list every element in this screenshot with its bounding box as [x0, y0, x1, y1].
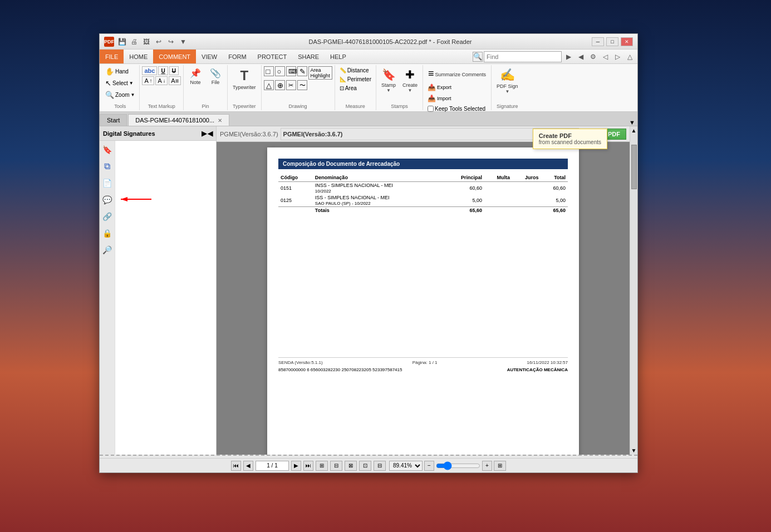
screenshot-icon[interactable]: 🖼 [141, 36, 152, 47]
hand-tool-button[interactable]: ✋ Hand [103, 66, 137, 77]
import-comments-button[interactable]: 📥 Import [425, 93, 454, 104]
text-markup-a1-button[interactable]: A↑ [142, 76, 154, 85]
poly-draw-button[interactable]: △ [264, 80, 274, 90]
last-page-button[interactable]: ⏭ [303, 461, 313, 471]
zoom-slider[interactable] [436, 461, 480, 470]
view-mode-3[interactable]: ⊠ [345, 461, 357, 471]
minimize-button[interactable]: ─ [592, 37, 604, 46]
search-icon[interactable]: 🔍 [473, 52, 483, 62]
page-input[interactable] [256, 461, 289, 471]
zoom-out-button[interactable]: − [424, 461, 434, 471]
rect-draw-button[interactable]: □ [264, 66, 274, 76]
export-comments-button[interactable]: 📤 Export [425, 82, 454, 92]
save-icon[interactable]: 💾 [116, 36, 127, 47]
settings-icon[interactable]: ⚙ [587, 51, 598, 62]
tab-start[interactable]: Start [100, 114, 127, 126]
sidebar-expand-icon[interactable]: ▶ [202, 130, 207, 137]
print-icon[interactable]: 🖨 [129, 36, 140, 47]
menu-share[interactable]: SHARE [292, 50, 325, 63]
create-btn-label: Create [402, 82, 418, 88]
quick-access-dropdown[interactable]: ▼ [178, 36, 189, 47]
summarize-comments-button[interactable]: ≡ Summarize Comments [425, 66, 489, 81]
scrollbar-thumb[interactable] [631, 145, 637, 189]
perimeter-button[interactable]: 📐 Perimeter [337, 75, 374, 83]
search-submit-icon[interactable]: ▶ [563, 51, 574, 62]
menu-help[interactable]: HELP [325, 50, 352, 63]
pdf-header: Composição do Documento de Arrecadação [278, 159, 568, 169]
menu-protect[interactable]: PROTECT [252, 50, 293, 63]
text-markup-a2-button[interactable]: A↓ [155, 76, 168, 85]
measure-content: 📏 Distance 📐 Perimeter ⊡ Area [337, 66, 374, 102]
sidebar-collapse-icon[interactable]: ◀ [208, 130, 213, 137]
area-btn[interactable]: AreaHighlight [308, 66, 332, 80]
underline-button[interactable]: U [158, 66, 168, 75]
menu-comment[interactable]: COMMENT [153, 50, 196, 63]
right-scrollbar[interactable]: ▲ ▼ [630, 126, 637, 455]
help-expand-icon[interactable]: △ [624, 51, 635, 62]
menu-file[interactable]: FILE [100, 50, 124, 63]
sidebar-item-bookmark[interactable]: 🔖 [101, 143, 114, 156]
pencil-draw-button[interactable]: ✎ [297, 66, 307, 76]
close-button[interactable]: ✕ [621, 37, 633, 46]
oval-draw-button[interactable]: ○ [275, 66, 285, 76]
keep-tools-checkbox[interactable] [428, 106, 434, 112]
typewriter-button[interactable]: T Typewriter [230, 66, 259, 92]
view-mode-1[interactable]: ⊞ [316, 461, 328, 471]
search-area: 🔍 ▶ ◀ ⚙ ◁ ▷ △ [470, 51, 637, 62]
scissors-btn[interactable]: ✂ [286, 80, 296, 90]
scrollbar-track[interactable] [631, 134, 637, 447]
select-tool-button[interactable]: ↖ Select ▼ [103, 78, 137, 88]
scroll-up-arrow[interactable]: ▲ [631, 127, 637, 134]
col-total: Total [541, 174, 568, 182]
search-input[interactable] [484, 51, 562, 62]
cell-multa-2 [484, 194, 512, 207]
view-mode-5[interactable]: ⊟ [374, 461, 386, 471]
sidebar-item-layers[interactable]: ⧉ [101, 160, 114, 173]
next-page-button[interactable]: ▶ [291, 461, 301, 471]
tab-expand-icon[interactable]: ▼ [627, 119, 637, 126]
view-mode-2[interactable]: ⊟ [330, 461, 342, 471]
text-markup-a3-button[interactable]: A≡ [169, 76, 181, 85]
text-markup-content: abc U U A↑ A↓ A≡ [142, 66, 181, 102]
sidebar-item-search[interactable]: 🔎 [101, 243, 114, 257]
strikethrough-button[interactable]: U [169, 66, 179, 75]
freeform-btn[interactable]: 〜 [297, 80, 307, 90]
first-page-button[interactable]: ⏮ [231, 461, 241, 471]
menu-view[interactable]: VIEW [196, 50, 223, 63]
search-prev-icon[interactable]: ◀ [575, 51, 586, 62]
cross-draw-button[interactable]: ⊕ [275, 80, 285, 90]
area-measure-button[interactable]: ⊡ Area [337, 84, 359, 92]
restore-button[interactable]: □ [606, 37, 618, 46]
redo-icon[interactable]: ↪ [165, 36, 176, 47]
sidebar-item-attachments[interactable]: 🔗 [101, 210, 114, 223]
ribbon-group-text-markup: abc U U A↑ A↓ A≡ Text Markup [140, 65, 184, 110]
nav-next-icon[interactable]: ▷ [612, 51, 623, 62]
pdf-sign-button[interactable]: ✍ PDF Sign ▼ [494, 66, 521, 96]
sidebar-item-comments[interactable]: 💬 [101, 193, 114, 206]
zoom-tool-button[interactable]: 🔍 Zoom ▼ [103, 90, 137, 100]
sidebar-item-signatures[interactable]: 🔒 [101, 226, 114, 240]
note-button[interactable]: 📌 Note [186, 66, 205, 87]
cloud-draw-button[interactable]: ⌨ [286, 66, 296, 76]
scroll-down-arrow[interactable]: ▼ [631, 447, 637, 454]
create-stamp-button[interactable]: ✚ Create ▼ [400, 66, 420, 95]
stamp-button[interactable]: 🔖 Stamp ▼ [379, 66, 399, 95]
undo-icon[interactable]: ↩ [153, 36, 164, 47]
zoom-in-button[interactable]: + [482, 461, 492, 471]
abc-markup-button[interactable]: abc [142, 66, 157, 75]
menu-home[interactable]: HOME [124, 50, 153, 63]
fit-page-button[interactable]: ⊞ [494, 461, 506, 471]
zoom-select[interactable]: 89.41% 50% 75% 100% 125% 150% [389, 461, 423, 471]
nav-prev-icon[interactable]: ◁ [600, 51, 611, 62]
note-btn-label: Note [190, 80, 201, 85]
prev-page-button[interactable]: ◀ [243, 461, 253, 471]
file-button[interactable]: 📎 File [206, 66, 225, 87]
sidebar-item-pages[interactable]: 📄 [101, 176, 114, 190]
distance-button[interactable]: 📏 Distance [337, 66, 371, 75]
tab-close-icon[interactable]: ✕ [218, 117, 222, 124]
view-mode-4[interactable]: ⊡ [359, 461, 371, 471]
pdf-auth-area: 85870000000 6 656003282230 250708223205 … [278, 367, 568, 372]
tab-document[interactable]: DAS-PGMEI-44076181000... ✕ [128, 114, 229, 126]
doc-scroll-area[interactable]: Composição do Documento de Arrecadação C… [217, 142, 630, 455]
menu-form[interactable]: FORM [223, 50, 252, 63]
